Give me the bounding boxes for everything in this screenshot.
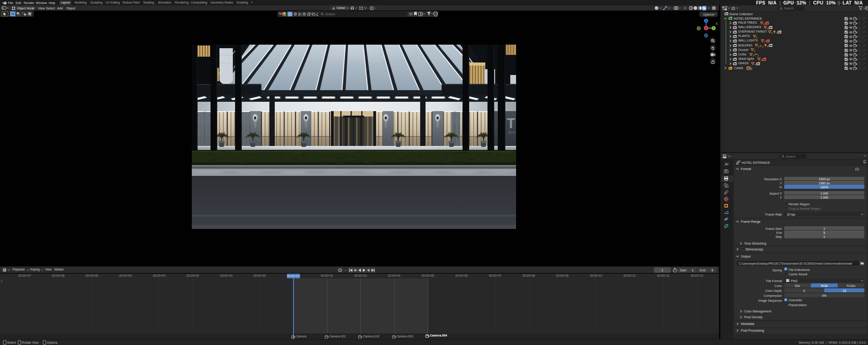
- svg-text:2: 2: [758, 46, 759, 48]
- svg-text:5: 5: [751, 68, 752, 71]
- svg-text:X: X: [705, 27, 707, 30]
- svg-text:9: 9: [756, 37, 757, 39]
- svg-text:By th: By th: [508, 131, 515, 134]
- svg-text:Z: Z: [705, 19, 707, 22]
- svg-text:Y: Y: [713, 27, 715, 30]
- svg-text:7: 7: [764, 41, 765, 43]
- svg-text:Th: Th: [507, 116, 516, 131]
- svg-text:2: 2: [762, 46, 764, 48]
- svg-text:5: 5: [754, 64, 756, 66]
- svg-text:a: a: [760, 44, 761, 48]
- svg-text:1: 1: [767, 46, 768, 48]
- svg-text:3: 3: [767, 28, 768, 30]
- svg-text:2: 2: [776, 32, 777, 34]
- svg-text:3: 3: [771, 32, 773, 34]
- svg-text:7: 7: [752, 55, 754, 57]
- svg-text:3: 3: [757, 55, 759, 57]
- svg-text:3: 3: [754, 50, 755, 52]
